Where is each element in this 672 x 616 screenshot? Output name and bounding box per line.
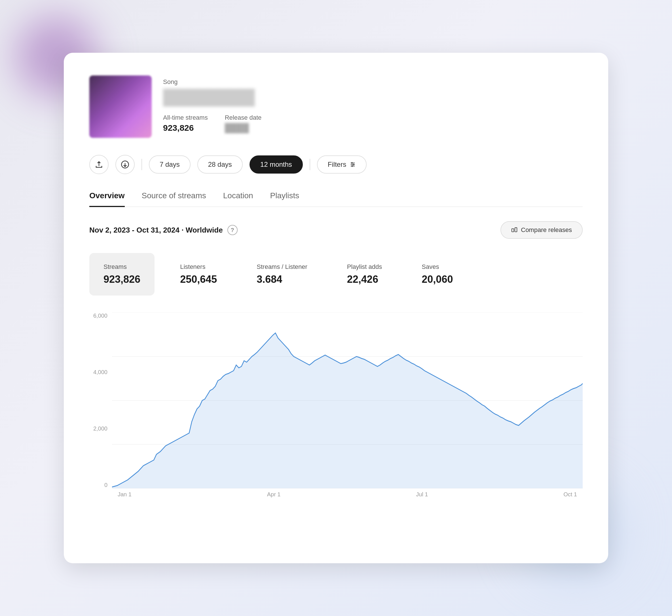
song-header: Song █████████ All-time streams 923,826 … [89, 75, 583, 138]
y-label-0: 0 [89, 482, 112, 488]
song-type-label: Song [163, 78, 261, 86]
filter-7days-button[interactable]: 7 days [149, 155, 191, 174]
release-date: Release date ████ [225, 114, 262, 133]
stats-row: Streams 923,826 Listeners 250,645 Stream… [89, 253, 583, 296]
navigation-tabs: Overview Source of streams Location Play… [89, 191, 583, 207]
svg-rect-8 [515, 228, 517, 232]
tab-source-of-streams[interactable]: Source of streams [142, 191, 206, 207]
x-label-oct: Oct 1 [563, 491, 577, 505]
y-label-4000: 4,000 [89, 369, 112, 375]
filters-button[interactable]: Filters [317, 155, 367, 174]
toolbar-divider [141, 159, 142, 170]
stat-spl-label: Streams / Listener [257, 263, 307, 271]
tab-overview[interactable]: Overview [89, 191, 125, 207]
all-time-streams: All-time streams 923,826 [163, 114, 208, 133]
tab-location[interactable]: Location [223, 191, 253, 207]
sliders-icon [350, 161, 356, 168]
filter-28days-button[interactable]: 28 days [197, 155, 243, 174]
stat-saves-value: 20,060 [422, 273, 453, 285]
release-date-label: Release date [225, 114, 262, 121]
download-button[interactable] [115, 155, 135, 174]
filter-12months-button[interactable]: 12 months [250, 155, 303, 174]
compare-icon [511, 227, 517, 233]
x-label-apr: Apr 1 [267, 491, 281, 505]
help-icon[interactable]: ? [227, 225, 238, 235]
stat-spl-value: 3.684 [257, 273, 307, 285]
song-title: █████████ [163, 88, 261, 106]
streams-label: All-time streams [163, 114, 208, 121]
chart-svg [112, 313, 583, 488]
main-card: Song █████████ All-time streams 923,826 … [64, 53, 608, 563]
streams-chart: 6,000 4,000 2,000 0 Jan 1 Apr 1 [89, 313, 583, 505]
download-icon [121, 160, 129, 169]
y-label-2000: 2,000 [89, 425, 112, 432]
chart-area-fill [112, 333, 583, 488]
svg-point-6 [352, 166, 353, 167]
toolbar: 7 days 28 days 12 months Filters [89, 155, 583, 174]
x-label-jul: Jul 1 [416, 491, 428, 505]
share-button[interactable] [89, 155, 109, 174]
song-meta: All-time streams 923,826 Release date ██… [163, 114, 261, 133]
y-label-6000: 6,000 [89, 313, 112, 319]
stat-saves-label: Saves [422, 263, 453, 271]
stat-streams-label: Streams [103, 263, 140, 271]
stat-listeners-label: Listeners [180, 263, 217, 271]
release-date-value: ████ [225, 123, 262, 133]
date-range: Nov 2, 2023 - Oct 31, 2024 · Worldwide ? [89, 225, 238, 235]
stat-playlist-adds: Playlist adds 22,426 [333, 253, 396, 296]
stat-pa-value: 22,426 [347, 273, 382, 285]
song-info: Song █████████ All-time streams 923,826 … [163, 75, 261, 133]
svg-point-4 [352, 163, 353, 164]
compare-releases-button[interactable]: Compare releases [500, 221, 583, 239]
stat-streams: Streams 923,826 [89, 253, 155, 296]
svg-point-5 [353, 164, 354, 165]
stat-listeners-value: 250,645 [180, 273, 217, 285]
compare-label: Compare releases [521, 226, 572, 234]
tab-playlists[interactable]: Playlists [270, 191, 299, 207]
y-axis: 6,000 4,000 2,000 0 [89, 313, 112, 488]
toolbar-divider-2 [310, 159, 310, 170]
date-range-text: Nov 2, 2023 - Oct 31, 2024 · Worldwide [89, 226, 223, 235]
stat-streams-value: 923,826 [103, 273, 140, 285]
album-art [89, 75, 152, 138]
stat-pa-label: Playlist adds [347, 263, 382, 271]
chart-svg-area [112, 313, 583, 488]
x-axis: Jan 1 Apr 1 Jul 1 Oct 1 [112, 491, 583, 505]
stat-listeners: Listeners 250,645 [166, 253, 231, 296]
filters-label: Filters [328, 161, 346, 168]
date-range-row: Nov 2, 2023 - Oct 31, 2024 · Worldwide ?… [89, 221, 583, 239]
share-icon [95, 160, 103, 169]
streams-value: 923,826 [163, 123, 208, 133]
stat-streams-per-listener: Streams / Listener 3.684 [242, 253, 322, 296]
svg-rect-7 [512, 229, 514, 232]
x-label-jan: Jan 1 [118, 491, 132, 505]
stat-saves: Saves 20,060 [407, 253, 467, 296]
